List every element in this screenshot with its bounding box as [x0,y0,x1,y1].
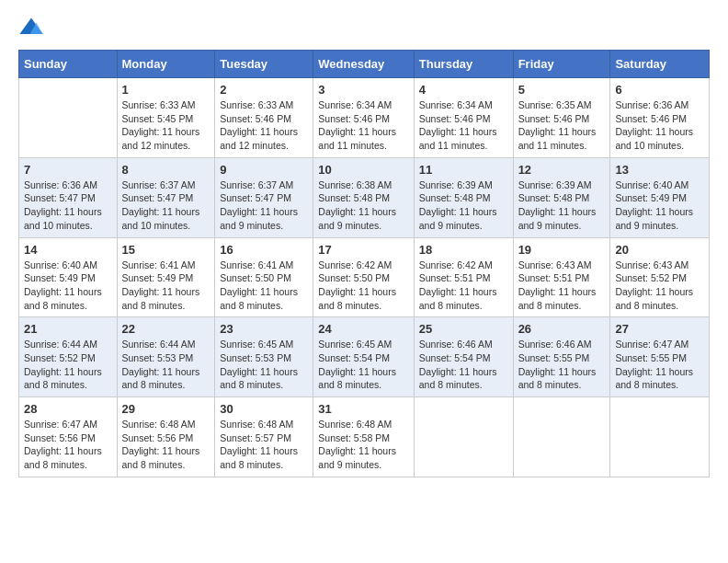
day-number: 17 [318,243,408,257]
day-info: Sunrise: 6:45 AMSunset: 5:53 PMDaylight:… [220,338,308,392]
day-number: 26 [518,322,606,336]
day-number: 12 [518,163,606,177]
day-cell: 22Sunrise: 6:44 AMSunset: 5:53 PMDayligh… [117,317,215,397]
day-info: Sunrise: 6:36 AMSunset: 5:46 PMDaylight:… [615,98,704,153]
day-cell: 12Sunrise: 6:39 AMSunset: 5:48 PMDayligh… [513,157,610,237]
logo-icon [18,15,44,40]
day-cell: 31Sunrise: 6:48 AMSunset: 5:58 PMDayligh… [313,397,414,477]
day-cell: 29Sunrise: 6:48 AMSunset: 5:56 PMDayligh… [117,397,215,477]
day-number: 31 [318,402,408,416]
day-number: 3 [318,83,408,97]
day-cell: 20Sunrise: 6:43 AMSunset: 5:52 PMDayligh… [610,237,710,317]
day-number: 7 [24,163,112,177]
day-cell: 9Sunrise: 6:37 AMSunset: 5:47 PMDaylight… [215,157,313,237]
day-cell: 28Sunrise: 6:47 AMSunset: 5:56 PMDayligh… [19,397,118,477]
day-cell [19,78,118,158]
day-cell: 21Sunrise: 6:44 AMSunset: 5:52 PMDayligh… [19,317,118,397]
day-info: Sunrise: 6:37 AMSunset: 5:47 PMDaylight:… [220,178,308,233]
day-cell: 19Sunrise: 6:43 AMSunset: 5:51 PMDayligh… [513,237,610,317]
header-cell-wednesday: Wednesday [313,51,414,78]
day-number: 8 [122,163,210,177]
day-cell: 30Sunrise: 6:48 AMSunset: 5:57 PMDayligh… [215,397,313,477]
day-number: 5 [518,83,606,97]
day-cell: 17Sunrise: 6:42 AMSunset: 5:50 PMDayligh… [313,237,414,317]
day-cell [414,397,513,477]
day-info: Sunrise: 6:33 AMSunset: 5:46 PMDaylight:… [220,98,308,153]
day-number: 19 [518,243,606,257]
day-number: 20 [615,243,704,257]
day-info: Sunrise: 6:48 AMSunset: 5:57 PMDaylight:… [220,418,308,472]
day-info: Sunrise: 6:47 AMSunset: 5:56 PMDaylight:… [24,418,112,472]
day-info: Sunrise: 6:34 AMSunset: 5:46 PMDaylight:… [318,98,408,153]
day-number: 28 [24,402,112,416]
day-number: 11 [419,163,508,177]
header-cell-sunday: Sunday [19,51,118,78]
day-info: Sunrise: 6:34 AMSunset: 5:46 PMDaylight:… [419,98,508,153]
day-number: 14 [24,243,112,257]
day-cell: 18Sunrise: 6:42 AMSunset: 5:51 PMDayligh… [414,237,513,317]
day-number: 27 [615,322,704,336]
day-cell: 8Sunrise: 6:37 AMSunset: 5:47 PMDaylight… [117,157,215,237]
header-cell-thursday: Thursday [414,51,513,78]
day-number: 22 [122,322,210,336]
day-info: Sunrise: 6:40 AMSunset: 5:49 PMDaylight:… [24,259,112,313]
day-info: Sunrise: 6:48 AMSunset: 5:56 PMDaylight:… [122,418,210,472]
day-info: Sunrise: 6:46 AMSunset: 5:54 PMDaylight:… [419,338,508,392]
day-number: 25 [419,322,508,336]
day-cell: 24Sunrise: 6:45 AMSunset: 5:54 PMDayligh… [313,317,414,397]
day-cell: 14Sunrise: 6:40 AMSunset: 5:49 PMDayligh… [19,237,118,317]
logo [18,15,48,40]
day-number: 13 [615,163,704,177]
day-number: 23 [220,322,308,336]
header-cell-tuesday: Tuesday [215,51,313,78]
day-info: Sunrise: 6:38 AMSunset: 5:48 PMDaylight:… [318,178,408,233]
day-cell [610,397,710,477]
day-info: Sunrise: 6:45 AMSunset: 5:54 PMDaylight:… [318,338,408,392]
week-row-1: 1Sunrise: 6:33 AMSunset: 5:45 PMDaylight… [19,78,710,158]
day-info: Sunrise: 6:48 AMSunset: 5:58 PMDaylight:… [318,418,408,472]
day-cell [513,397,610,477]
week-row-4: 21Sunrise: 6:44 AMSunset: 5:52 PMDayligh… [19,317,710,397]
week-row-3: 14Sunrise: 6:40 AMSunset: 5:49 PMDayligh… [19,237,710,317]
calendar-header: SundayMondayTuesdayWednesdayThursdayFrid… [19,51,710,78]
day-number: 30 [220,402,308,416]
day-info: Sunrise: 6:43 AMSunset: 5:51 PMDaylight:… [518,259,606,313]
day-cell: 26Sunrise: 6:46 AMSunset: 5:55 PMDayligh… [513,317,610,397]
day-cell: 23Sunrise: 6:45 AMSunset: 5:53 PMDayligh… [215,317,313,397]
day-cell: 10Sunrise: 6:38 AMSunset: 5:48 PMDayligh… [313,157,414,237]
header-cell-saturday: Saturday [610,51,710,78]
day-info: Sunrise: 6:41 AMSunset: 5:50 PMDaylight:… [220,259,308,313]
day-cell: 2Sunrise: 6:33 AMSunset: 5:46 PMDaylight… [215,78,313,158]
day-cell: 3Sunrise: 6:34 AMSunset: 5:46 PMDaylight… [313,78,414,158]
day-number: 10 [318,163,408,177]
day-number: 16 [220,243,308,257]
day-info: Sunrise: 6:43 AMSunset: 5:52 PMDaylight:… [615,259,704,313]
day-cell: 7Sunrise: 6:36 AMSunset: 5:47 PMDaylight… [19,157,118,237]
day-info: Sunrise: 6:44 AMSunset: 5:53 PMDaylight:… [122,338,210,392]
day-number: 21 [24,322,112,336]
page-header [18,15,710,40]
day-info: Sunrise: 6:39 AMSunset: 5:48 PMDaylight:… [518,178,606,233]
day-number: 1 [122,83,210,97]
day-number: 18 [419,243,508,257]
day-info: Sunrise: 6:47 AMSunset: 5:55 PMDaylight:… [615,338,704,392]
header-cell-friday: Friday [513,51,610,78]
day-cell: 13Sunrise: 6:40 AMSunset: 5:49 PMDayligh… [610,157,710,237]
day-number: 9 [220,163,308,177]
day-cell: 5Sunrise: 6:35 AMSunset: 5:46 PMDaylight… [513,78,610,158]
day-cell: 4Sunrise: 6:34 AMSunset: 5:46 PMDaylight… [414,78,513,158]
week-row-5: 28Sunrise: 6:47 AMSunset: 5:56 PMDayligh… [19,397,710,477]
day-cell: 1Sunrise: 6:33 AMSunset: 5:45 PMDaylight… [117,78,215,158]
day-number: 2 [220,83,308,97]
header-cell-monday: Monday [117,51,215,78]
calendar-table: SundayMondayTuesdayWednesdayThursdayFrid… [18,50,710,477]
day-info: Sunrise: 6:39 AMSunset: 5:48 PMDaylight:… [419,178,508,233]
day-number: 24 [318,322,408,336]
day-number: 15 [122,243,210,257]
calendar-body: 1Sunrise: 6:33 AMSunset: 5:45 PMDaylight… [19,78,710,477]
day-info: Sunrise: 6:36 AMSunset: 5:47 PMDaylight:… [24,178,112,233]
day-number: 4 [419,83,508,97]
day-info: Sunrise: 6:33 AMSunset: 5:45 PMDaylight:… [122,98,210,153]
day-number: 6 [615,83,704,97]
day-cell: 15Sunrise: 6:41 AMSunset: 5:49 PMDayligh… [117,237,215,317]
